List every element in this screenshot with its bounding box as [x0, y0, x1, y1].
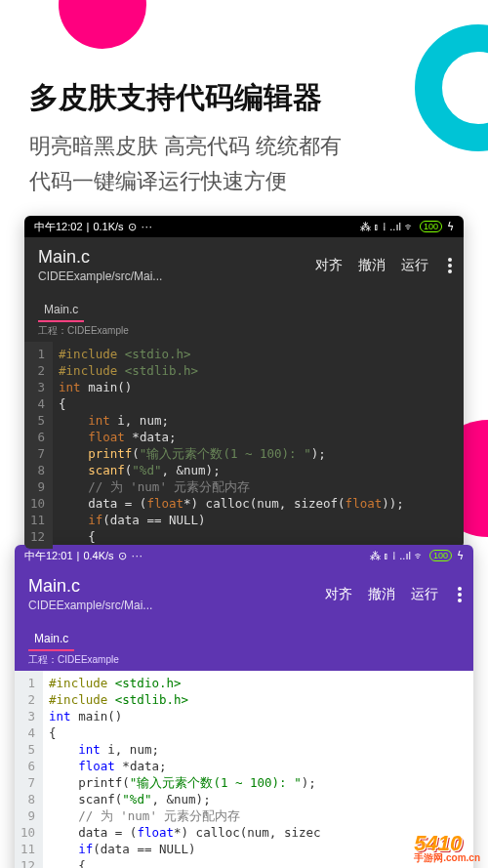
file-title: Main.c	[38, 247, 315, 268]
tab-main-c[interactable]: Main.c	[38, 299, 84, 322]
action-run[interactable]: 运行	[401, 257, 428, 274]
page-title: 多皮肤支持代码编辑器	[29, 78, 459, 118]
action-undo[interactable]: 撤消	[358, 257, 386, 274]
status-oper-icon: ⊙ ···	[118, 550, 143, 562]
app-bar-light: Main.c CIDEExample/src/Mai... 对齐 撤消 运行	[15, 566, 473, 620]
status-time: 中午12:01	[24, 549, 73, 563]
phone-dark-theme: 中午12:02 | 0.1K/s ⊙ ··· ⁂ ⫾ ⁞ ..ıl ᯤ 100 …	[24, 216, 464, 549]
tab-row-dark: Main.c	[24, 291, 464, 322]
status-right-icons: ⁂ ⫾ ⁞ ..ıl ᯤ	[370, 550, 425, 562]
lightning-icon: ϟ	[457, 550, 464, 562]
more-menu-icon[interactable]	[458, 587, 462, 602]
page-subtitle-1: 明亮暗黑皮肤 高亮代码 统统都有	[29, 132, 459, 161]
heading-block: 多皮肤支持代码编辑器 明亮暗黑皮肤 高亮代码 统统都有 代码一键编译运行快速方便	[0, 0, 488, 196]
page-subtitle-2: 代码一键编译运行快速方便	[29, 167, 459, 196]
status-net: 0.4K/s	[83, 550, 113, 561]
phone-previews: 中午12:02 | 0.1K/s ⊙ ··· ⁂ ⫾ ⁞ ..ıl ᯤ 100 …	[0, 216, 488, 868]
site-watermark: 5410手游网.com.cn	[414, 834, 480, 862]
action-run[interactable]: 运行	[411, 586, 438, 603]
status-right-icons: ⁂ ⫾ ⁞ ..ıl ᯤ	[360, 221, 415, 233]
code-lines-light[interactable]: #include <stdio.h> #include <stdlib.h> i…	[43, 671, 326, 868]
project-label-light: 工程：CIDEExample	[15, 651, 473, 671]
action-align[interactable]: 对齐	[315, 257, 343, 274]
project-label-dark: 工程：CIDEExample	[24, 322, 464, 342]
app-bar-dark: Main.c CIDEExample/src/Mai... 对齐 撤消 运行	[24, 237, 464, 291]
tab-row-light: Main.c	[15, 620, 473, 651]
gutter-light: 123 456 789 101112 1314	[15, 671, 43, 868]
status-oper-icon: ⊙ ···	[128, 221, 153, 233]
tab-main-c[interactable]: Main.c	[28, 628, 74, 651]
lightning-icon: ϟ	[447, 221, 454, 233]
battery-icon: 100	[429, 550, 452, 561]
code-area-light[interactable]: 123 456 789 101112 1314 #include <stdio.…	[15, 671, 473, 868]
more-menu-icon[interactable]	[448, 258, 452, 273]
file-path: CIDEExample/src/Mai...	[38, 269, 315, 283]
status-time: 中午12:02	[34, 220, 83, 234]
battery-icon: 100	[420, 221, 442, 232]
phone-light-theme: 中午12:01 | 0.4K/s ⊙ ··· ⁂ ⫾ ⁞ ..ıl ᯤ 100 …	[15, 545, 473, 868]
code-lines-dark[interactable]: #include <stdio.h> #include <stdlib.h> i…	[53, 342, 410, 549]
file-title: Main.c	[28, 576, 325, 597]
action-undo[interactable]: 撤消	[368, 586, 395, 603]
gutter-dark: 123 456 789 101112	[24, 342, 53, 549]
status-bar-dark: 中午12:02 | 0.1K/s ⊙ ··· ⁂ ⫾ ⁞ ..ıl ᯤ 100 …	[24, 216, 464, 237]
file-path: CIDEExample/src/Mai...	[28, 599, 325, 612]
status-net: 0.1K/s	[93, 221, 123, 232]
action-align[interactable]: 对齐	[325, 586, 352, 603]
code-area-dark[interactable]: 123 456 789 101112 #include <stdio.h> #i…	[24, 342, 464, 549]
